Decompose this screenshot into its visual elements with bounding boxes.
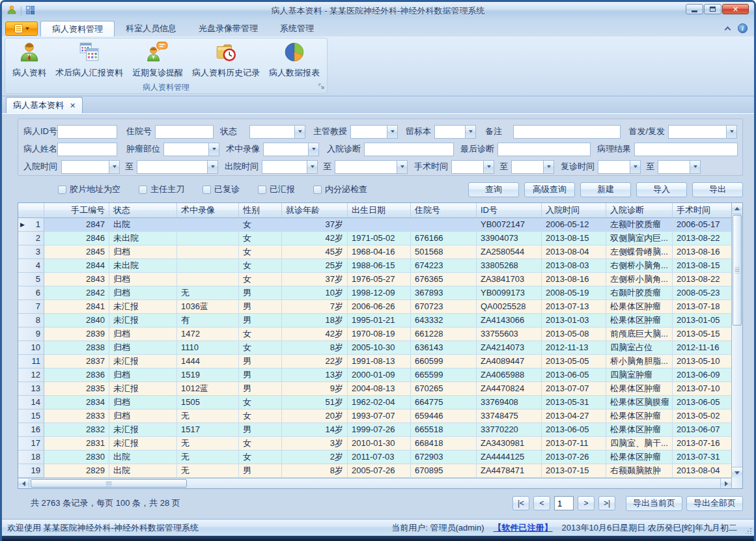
- grid-cell[interactable]: 670895: [411, 464, 477, 478]
- grid-cell[interactable]: 10岁: [282, 286, 348, 300]
- grid-cell[interactable]: 女: [239, 327, 282, 341]
- column-header[interactable]: 性别: [239, 203, 282, 218]
- table-row[interactable]: 6 2842 归档 无 男 10岁 1998-12-09 367893 YB00…: [18, 286, 731, 300]
- patient-name-input[interactable]: [57, 143, 117, 156]
- scroll-up-button[interactable]: [732, 203, 742, 214]
- grid-cell[interactable]: 男: [239, 286, 282, 300]
- grid-cell[interactable]: 2008-05-19: [542, 286, 606, 300]
- grid-cell[interactable]: ZA4143066: [477, 314, 542, 327]
- grid-cell[interactable]: 2008-05-23: [673, 286, 731, 300]
- table-row[interactable]: 9 2839 归档 1472 女 42岁 1970-08-19 661228 3…: [18, 327, 731, 341]
- grid-cell[interactable]: 2013-08-22: [673, 273, 731, 286]
- grid-cell[interactable]: 2013-06-05: [542, 423, 606, 437]
- grid-cell[interactable]: 2013-05-05: [542, 355, 606, 368]
- grid-cell[interactable]: 665599: [411, 368, 477, 382]
- grid-cell[interactable]: 2岁: [282, 451, 348, 464]
- page-number-input[interactable]: [554, 496, 574, 510]
- revisit-reminder-button[interactable]: 近期复诊提醒: [128, 40, 188, 80]
- import-button[interactable]: 导入: [636, 182, 687, 197]
- registered-link[interactable]: 【软件已注册】: [494, 522, 553, 534]
- grid-cell[interactable]: 松果体区肿瘤: [606, 382, 673, 396]
- chevron-down-icon[interactable]: [690, 161, 700, 173]
- grid-cell[interactable]: 42岁: [282, 327, 348, 341]
- grid-cell[interactable]: 2005-10-30: [348, 341, 411, 355]
- grid-cell[interactable]: 未汇报: [109, 437, 177, 451]
- table-row[interactable]: 5 2843 归档 女 37岁 1976-05-27 676365 ZA3841…: [18, 273, 731, 286]
- grid-cell[interactable]: 2839: [44, 327, 109, 341]
- grid-cell[interactable]: 1036蓝: [177, 300, 239, 314]
- row-header[interactable]: 13: [18, 382, 44, 396]
- grid-cell[interactable]: 无: [177, 409, 239, 423]
- grid-cell[interactable]: 636143: [411, 341, 477, 355]
- grid-cell[interactable]: 女: [239, 451, 282, 464]
- grid-cell[interactable]: 665518: [411, 423, 477, 437]
- column-header[interactable]: 手工编号: [44, 203, 109, 218]
- grid-cell[interactable]: 1991-08-13: [348, 355, 411, 368]
- grid-cell[interactable]: 2013-08-16: [673, 245, 731, 259]
- grid-cell[interactable]: 1444: [177, 355, 239, 368]
- grid-cell[interactable]: ZA4065988: [477, 368, 542, 382]
- grid-cell[interactable]: 2010-01-30: [348, 437, 411, 451]
- table-row[interactable]: 17 2831 未汇报 无 女 3岁 2010-01-30 668418 ZA3…: [18, 437, 731, 451]
- grid-cell[interactable]: 7岁: [282, 300, 348, 314]
- grid-cell[interactable]: 无: [177, 451, 239, 464]
- grid-cell[interactable]: 松果体区肿瘤: [606, 409, 673, 423]
- grid-cell[interactable]: 2013-08-04: [673, 464, 731, 478]
- grid-cell[interactable]: 女: [239, 409, 282, 423]
- row-header[interactable]: 10: [18, 341, 44, 355]
- admission-no-input[interactable]: [155, 125, 214, 139]
- grid-cell[interactable]: 674223: [411, 259, 477, 273]
- grid-cell[interactable]: 2013-05-10: [673, 355, 731, 368]
- table-row[interactable]: 15 2833 归档 无 女 20岁 1993-07-07 659446 337…: [18, 409, 731, 423]
- discharge-time-from-combo[interactable]: [262, 160, 318, 174]
- maximize-button[interactable]: [704, 4, 721, 14]
- tab-department-staff-info[interactable]: 科室人员信息: [115, 21, 188, 36]
- grid-cell[interactable]: 2840: [44, 314, 109, 327]
- document-tab-patient-basic-data[interactable]: 病人基本资料 ✕: [6, 97, 83, 113]
- table-row[interactable]: 2 2846 未出院 女 42岁 1971-05-02 676166 33904…: [18, 232, 731, 245]
- grid-cell[interactable]: 四脑室肿瘤: [606, 368, 673, 382]
- chevron-down-icon[interactable]: [308, 143, 318, 156]
- grid-cell[interactable]: 13岁: [282, 368, 348, 382]
- row-header[interactable]: 6: [18, 286, 44, 300]
- surgery-time-to-combo[interactable]: [511, 160, 554, 174]
- row-header[interactable]: 19: [18, 464, 44, 478]
- grid-cell[interactable]: 男: [239, 464, 282, 478]
- postop-report-button[interactable]: 术后病人汇报资料: [51, 40, 128, 80]
- grid-cell[interactable]: 1962-02-04: [348, 396, 411, 409]
- grid-cell[interactable]: [411, 218, 477, 232]
- grid-cell[interactable]: 643332: [411, 314, 477, 327]
- grid-cell[interactable]: 未汇报: [109, 382, 177, 396]
- grid-cell[interactable]: 18岁: [282, 314, 348, 327]
- grid-cell[interactable]: 33805268: [477, 259, 542, 273]
- grid-cell[interactable]: 2011-07-03: [348, 451, 411, 464]
- grid-cell[interactable]: 无: [177, 286, 239, 300]
- grid-cell[interactable]: 1999-07-26: [348, 423, 411, 437]
- grid-cell[interactable]: 8岁: [282, 341, 348, 355]
- grid-cell[interactable]: 2837: [44, 355, 109, 368]
- checkbox-endocrine-exam[interactable]: 内分泌检查: [313, 184, 367, 195]
- grid-cell[interactable]: 33755603: [477, 327, 542, 341]
- resize-grip[interactable]: [746, 527, 752, 534]
- grid-cell[interactable]: 女: [239, 232, 282, 245]
- grid-cell[interactable]: 2846: [44, 232, 109, 245]
- grid-cell[interactable]: 2013-08-22: [673, 232, 731, 245]
- grid-cell[interactable]: 归档: [109, 286, 177, 300]
- row-header[interactable]: 14: [18, 396, 44, 409]
- grid-cell[interactable]: 670265: [411, 382, 477, 396]
- grid-cell[interactable]: 右额颞脑脓肿: [606, 464, 673, 478]
- close-icon[interactable]: ✕: [70, 102, 76, 109]
- grid-cell[interactable]: ZA4214073: [477, 341, 542, 355]
- grid-cell[interactable]: YB0099173: [477, 286, 542, 300]
- grid-cell[interactable]: 未汇报: [109, 423, 177, 437]
- column-header[interactable]: 就诊年龄: [282, 203, 348, 218]
- row-header[interactable]: 5: [18, 273, 44, 286]
- grid-cell[interactable]: 未出院: [109, 232, 177, 245]
- grid-cell[interactable]: 未汇报: [109, 300, 177, 314]
- grid-cell[interactable]: 2013-05-08: [542, 327, 606, 341]
- discharge-time-to-combo[interactable]: [335, 160, 408, 174]
- grid-cell[interactable]: 3岁: [282, 437, 348, 451]
- column-header[interactable]: ID号: [477, 203, 542, 218]
- export-button[interactable]: 导出: [692, 182, 743, 197]
- grid-cell[interactable]: 659446: [411, 409, 477, 423]
